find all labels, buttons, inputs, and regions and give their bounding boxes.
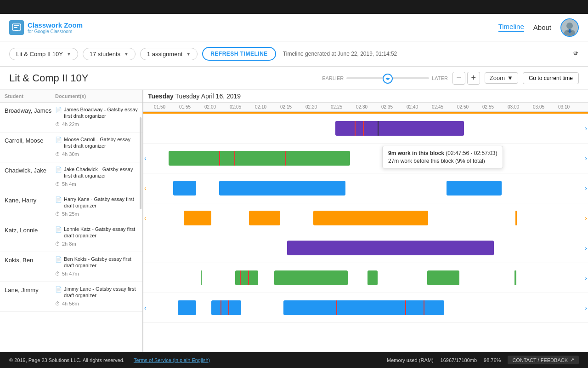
activity-bar[interactable] [287,241,494,255]
zoom-arrow: ▼ [507,75,513,81]
refresh-button[interactable]: REFRESH TIMELINE [202,47,276,61]
time-tick: 02:55 [475,104,501,109]
activity-bar[interactable] [173,181,196,196]
zoom-dropdown[interactable]: Zoom ▼ [485,72,518,84]
time-tick: 02:10 [248,104,273,109]
time-tick: 01:55 [172,104,198,109]
nav-timeline[interactable]: Timeline [498,23,524,32]
timeline-row-broadway: › [143,114,588,144]
slider-icon: ◀▶ [385,77,390,80]
avatar[interactable] [560,18,579,37]
bar-marker [220,300,221,315]
contact-button[interactable]: CONTACT / FEEDBACK ↗ [508,356,579,364]
student-panel: Student Document(s) Broadway, James 📄 Ja… [0,90,143,352]
activity-bar[interactable] [211,300,241,315]
footer: © 2019, Page 23 Solutions LLC. All right… [0,352,588,368]
activity-bar[interactable] [178,300,196,315]
time-tick: 02:30 [349,104,374,109]
nav-arrow-left[interactable]: ‹ [144,304,147,311]
table-row: Kokis, Ben 📄 Ben Kokis - Gatsby essay fi… [0,252,142,282]
nav-arrow-left[interactable]: ‹ [144,155,147,162]
activity-bar[interactable] [169,151,350,166]
zoom-in-button[interactable]: + [467,72,480,85]
toolbar: Lit & Comp II 10Y ▼ 17 students ▼ 1 assi… [0,41,588,67]
students-dropdown[interactable]: 17 students ▼ [83,48,136,60]
activity-bar[interactable] [283,300,444,315]
activity-bar[interactable] [274,270,348,285]
tooltip-line2: 27m work before this block (9% of total) [388,158,497,164]
students-dropdown-value: 17 students [90,51,120,58]
nav-arrow-right[interactable]: › [585,184,587,192]
tooltip-work-label: 9m work in this block [388,150,444,156]
slider-thumb[interactable]: ◀▶ [383,74,393,84]
tooltip-time-range: (02:47:56 - 02:57:03) [446,150,497,156]
table-row: Kane, Harry 📄 Harry Kane - Gatsby essay … [0,192,142,222]
clock-icon: ⏱ [55,271,60,276]
student-name: Kokis, Ben [5,256,55,264]
doc-name: 📄 Jake Chadwick - Gatsby essay first dra… [55,166,138,179]
class-dropdown[interactable]: Lit & Comp II 10Y ▼ [9,48,78,60]
doc-icon: 📄 [55,137,62,144]
date-header: Tuesday Tuesday April 16, 2019 [143,90,588,103]
svg-point-5 [566,23,573,29]
nav-arrow-right[interactable]: › [585,304,587,311]
doc-text: James Broadway - Gatsby essay first draf… [64,106,138,120]
timeline-row-carroll: ‹ 9m work in this block (02:47:56 - 02:5… [143,144,588,173]
clock-icon: ⏱ [55,241,60,247]
doc-text: Moose Carroll - Gatsby essay first draft… [64,136,138,150]
activity-bar[interactable] [184,211,211,225]
tooltip-before-pct: (9% of total) [455,158,485,164]
footer-right: Memory used (RAM) 16967/17180mb 98.76% C… [387,356,579,364]
doc-name: 📄 Ben Kokis - Gatsby essay first draft o… [55,256,138,269]
timeline-row-kane: ‹ › [143,203,588,233]
settings-icon[interactable] [571,49,579,59]
assignment-dropdown-value: 1 assignment [147,51,182,58]
activity-bar[interactable] [235,270,258,285]
later-label: LATER [432,75,448,81]
timeline-slider[interactable]: ◀▶ [346,77,429,79]
activity-bar[interactable] [368,270,378,285]
student-name: Katz, Lonnie [5,226,55,234]
zoom-out-button[interactable]: − [452,72,465,85]
scrollbar[interactable] [140,117,141,209]
doc-time: ⏱ 4h 22m [55,121,138,127]
tos-link[interactable]: Terms of Service (in plain English) [134,357,210,363]
activity-bar[interactable] [447,181,502,196]
student-doc-info: 📄 Jake Chadwick - Gatsby essay first dra… [55,166,138,187]
zoom-label: Zoom [490,75,505,81]
contact-label: CONTACT / FEEDBACK [512,357,568,363]
nav-arrow-left[interactable]: ‹ [144,184,147,192]
bar-marker [285,151,286,166]
time-tick: 03:00 [501,104,526,109]
bar-marker [234,151,235,166]
time-tick: 02:40 [400,104,425,109]
bar-marker [219,151,220,166]
activity-bar[interactable] [427,270,459,285]
doc-icon: 📄 [55,226,62,234]
logo-title: Classwork Zoom [28,21,83,29]
student-name: Kane, Harry [5,196,55,204]
timeline-row-kokis: › [143,263,588,293]
zoom-controls: − + [452,72,480,85]
clock-icon: ⏱ [55,211,60,217]
nav-arrow-right[interactable]: › [585,125,587,132]
nav-arrow-right[interactable]: › [585,274,587,282]
nav-arrow-right[interactable]: › [585,244,587,252]
activity-bar[interactable] [219,181,345,196]
doc-time: ⏱ 2h 8m [55,241,138,247]
col-student-header: Student [5,93,55,99]
nav-arrow-right[interactable]: › [585,155,587,162]
activity-bar[interactable] [313,211,428,225]
doc-icon: 📄 [55,196,62,204]
assignment-dropdown[interactable]: 1 assignment ▼ [140,48,198,60]
doc-icon: 📄 [55,167,62,174]
doc-text: Harry Kane - Gatsby essay first draft or… [64,196,138,209]
nav-arrow-right[interactable]: › [585,214,587,222]
activity-bar[interactable] [249,211,280,225]
time-tick: 03:05 [526,104,551,109]
nav-about[interactable]: About [533,23,551,31]
nav-arrow-left[interactable]: ‹ [144,214,147,222]
current-time-button[interactable]: Go to current time [523,72,579,84]
doc-text: Lonnie Katz - Gatsby essay first draft o… [64,226,138,239]
doc-name: 📄 Harry Kane - Gatsby essay first draft … [55,196,138,209]
